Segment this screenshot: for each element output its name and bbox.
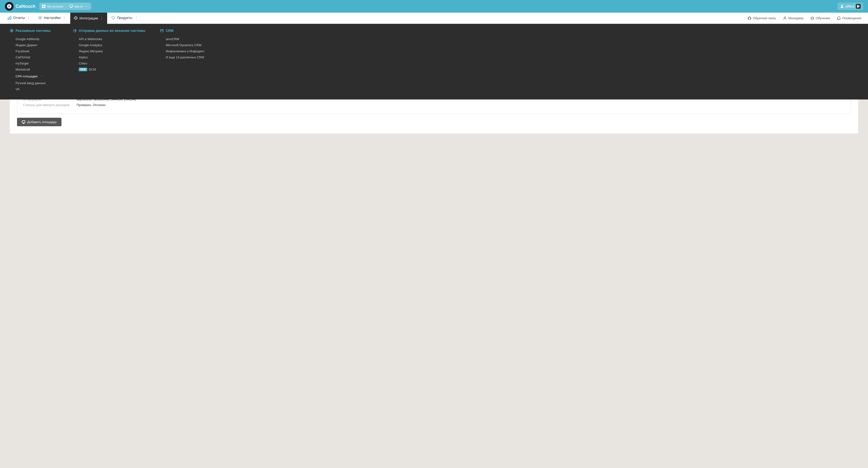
account-badge[interactable]: My account → site.ru ⋯ [39, 3, 91, 10]
nav-label-integrations: Интеграции [80, 16, 98, 20]
logo-text: Calltouch [16, 4, 35, 9]
topbar-right: alftest [838, 3, 863, 10]
statuses-value: Проверен, Оплачен [76, 103, 106, 107]
svg-rect-20 [160, 29, 163, 32]
dropdown-item-google-analytics[interactable]: Google Analytics [73, 42, 145, 48]
new-badge: NEW [79, 68, 87, 71]
nav-right-learning[interactable]: Обучение [807, 13, 833, 24]
dropdown-item-amocrm[interactable]: amoCRM [160, 36, 209, 42]
nav-item-integrations[interactable]: Интеграции ⋮ [70, 13, 107, 24]
send-icon [73, 29, 77, 33]
svg-rect-1 [44, 5, 45, 6]
svg-rect-13 [748, 18, 749, 19]
user-label: alftest [845, 4, 855, 8]
bell-icon [837, 16, 841, 20]
gear-icon [38, 16, 42, 20]
dropdown-item-facebook[interactable]: Facebook [10, 48, 58, 54]
svg-point-15 [784, 17, 786, 18]
nav-right-feedback[interactable]: Обратная связь [745, 13, 779, 24]
puzzle-icon [74, 16, 78, 21]
account-label: My account [47, 5, 63, 8]
crm-title: CRM [160, 29, 209, 33]
learning-label: Обучение [816, 16, 830, 20]
dropdown-item-yandex-metrika[interactable]: Яндекс.Метрика [73, 48, 145, 54]
cpa-arrow-icon: ← [40, 74, 44, 79]
add-platform-icon [22, 120, 25, 124]
nav-label-reports: Отчеты [13, 16, 25, 20]
ad-systems-title: Рекламные системы [10, 29, 58, 33]
external-label: Отправка данных во внешние системы [79, 29, 145, 33]
svg-rect-14 [750, 18, 751, 19]
add-platform-button[interactable]: Добавить площадку [17, 118, 61, 126]
target-icon [10, 29, 13, 33]
svg-rect-21 [22, 121, 25, 123]
dropdown-item-alytics[interactable]: Alytics [73, 54, 145, 60]
person-icon [783, 16, 787, 20]
dropdown-item-vk[interactable]: VK [10, 86, 58, 92]
user-button[interactable]: alftest [838, 3, 863, 10]
dropdown-col-crm: CRM amoCRM Microsoft Dynamics CRM Инфокл… [160, 29, 209, 92]
svg-rect-2 [42, 6, 43, 8]
exit-icon[interactable] [856, 4, 861, 9]
nav-label-settings: Настройки [44, 16, 61, 20]
feedback-label: Обратная связь [753, 16, 776, 20]
svg-point-10 [39, 17, 41, 19]
svg-marker-11 [112, 16, 115, 20]
account-icon [42, 4, 46, 8]
manager-label: Менеджер [788, 16, 804, 20]
dropdown-item-cpa[interactable]: CPA-площадки ← [10, 72, 58, 80]
integrations-menu-dots[interactable]: ⋮ [100, 16, 104, 21]
headset-icon [747, 16, 751, 20]
nav-right-manager[interactable]: Менеджер [780, 13, 807, 24]
navbar-right: Обратная связь Менеджер Обучение Оповеще… [745, 13, 864, 24]
platform-row-statuses: Статусы для импорта расходов: Проверен, … [23, 103, 845, 107]
crm-label: CRM [166, 29, 174, 33]
dropdown-col-external: Отправка данных во внешние системы API и… [73, 29, 145, 92]
reports-menu-dots[interactable]: ⋮ [27, 16, 31, 20]
dropdown-item-adwords[interactable]: Google AdWords [10, 36, 58, 42]
logo-icon [5, 2, 13, 11]
account-menu-dots[interactable]: ⋯ [84, 4, 89, 9]
dropdown-item-dcm[interactable]: NEW DCM [73, 66, 145, 72]
svg-rect-8 [9, 17, 10, 20]
crm-icon [160, 29, 164, 33]
dropdown-item-ms-dynamics[interactable]: Microsoft Dynamics CRM [160, 42, 209, 48]
notifications-label: Оповещения [842, 16, 861, 20]
svg-rect-5 [70, 7, 72, 8]
dropdown-item-yandex-direct[interactable]: Яндекс.Директ [10, 42, 58, 48]
chart-icon [7, 16, 12, 20]
svg-rect-0 [42, 5, 43, 6]
nav-label-products: Продукты [117, 16, 132, 20]
svg-rect-4 [70, 5, 73, 7]
nav-item-products[interactable]: Продукты ⋮ [107, 13, 142, 24]
svg-rect-7 [8, 18, 8, 20]
dropdown-item-manual[interactable]: Ручной ввод данных [10, 80, 58, 86]
dropdown-item-mytarget[interactable]: myTarget [10, 60, 58, 66]
site-label: site.ru [74, 5, 83, 8]
navbar-left: Отчеты ⋮ Настройки ⋮ Интеграции ⋮ Продук… [4, 13, 142, 24]
dropdown-item-more-crm[interactable]: И еще 14 различных CRM [160, 54, 209, 60]
site-icon [69, 5, 73, 8]
dropdown-menu: Рекламные системы Google AdWords Яндекс.… [0, 24, 868, 99]
nav-item-reports[interactable]: Отчеты ⋮ [4, 13, 34, 24]
dropdown-item-api[interactable]: API и Webhooks [73, 36, 145, 42]
dropdown-item-criteo[interactable]: Criteo [73, 60, 145, 66]
ad-systems-label: Рекламные системы [16, 29, 51, 33]
dropdown-item-marketcall[interactable]: Marketcall [10, 66, 58, 72]
products-menu-dots[interactable]: ⋮ [134, 16, 138, 20]
svg-point-6 [841, 5, 843, 6]
settings-menu-dots[interactable]: ⋮ [62, 16, 66, 20]
statuses-label: Статусы для импорта расходов: [23, 103, 72, 107]
graduation-icon [810, 16, 814, 20]
add-button-label: Добавить площадку [27, 120, 57, 124]
svg-point-18 [11, 30, 12, 31]
dropdown-item-infoclinica[interactable]: Инфоклиника и Инфодент [160, 48, 209, 54]
logo[interactable]: Calltouch [5, 2, 35, 11]
nav-item-settings[interactable]: Настройки ⋮ [34, 13, 70, 24]
user-icon [840, 4, 844, 8]
navbar: Отчеты ⋮ Настройки ⋮ Интеграции ⋮ Продук… [0, 13, 868, 24]
nav-right-notifications[interactable]: Оповещения [834, 13, 864, 24]
dropdown-item-calltovisit[interactable]: CallToVisit [10, 54, 58, 60]
svg-rect-3 [44, 6, 45, 8]
topbar-left: Calltouch My account → site.ru ⋯ [5, 2, 91, 11]
